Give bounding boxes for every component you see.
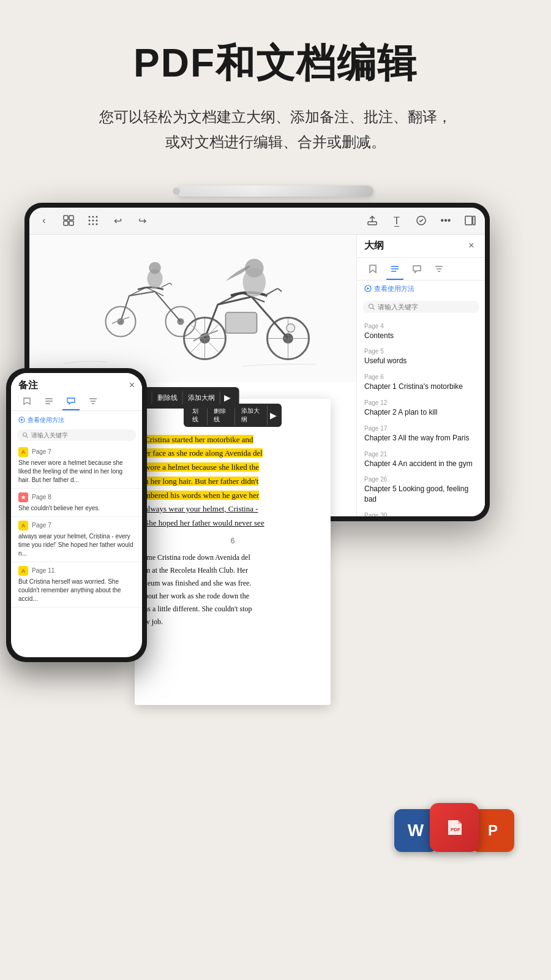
svg-rect-0 xyxy=(64,216,68,220)
more-icon[interactable]: ••• xyxy=(438,213,453,228)
redo-icon[interactable]: ↪ xyxy=(135,213,149,228)
outline-item[interactable]: Page 26 Chapter 5 Looking good, feeling … xyxy=(357,472,485,508)
panel-header: 大纲 × xyxy=(357,235,485,258)
pdf-app-icon[interactable]: PDF xyxy=(430,803,479,852)
highlight-block-3: mbered his words when he gave her xyxy=(144,491,259,500)
phone-play-icon xyxy=(18,417,25,423)
text-icon[interactable]: T̲ xyxy=(389,213,404,228)
add-outline-button[interactable]: 添加大纲 xyxy=(183,391,220,405)
play-icon xyxy=(364,285,372,292)
undo-icon[interactable]: ↩ xyxy=(110,213,125,228)
outline-panel: 大纲 × xyxy=(356,235,485,516)
panel-search[interactable] xyxy=(363,301,479,313)
outline-list: Page 4 Contents Page 5 Useful words Page… xyxy=(357,317,485,516)
outline-item[interactable]: Page 12 Chapter 2 A plan to kill xyxy=(357,396,485,421)
app-icons-group: W PDF P xyxy=(394,803,514,852)
svg-rect-1 xyxy=(69,216,73,220)
tab-bookmarks-icon[interactable] xyxy=(364,263,381,280)
subtitle: 您可以轻松为文档建立大纲、添加备注、批注、翻译， 或对文档进行编辑、合并或删减。 xyxy=(24,105,527,155)
phone-tab-outline[interactable] xyxy=(40,396,58,410)
svg-rect-3 xyxy=(69,221,73,225)
devices-container: ‹ ↩ ↪ T̲ ••• xyxy=(0,197,551,870)
expand-btn[interactable]: ▶ xyxy=(270,410,277,420)
note-item[interactable]: A Page 7 She never wore a helmet because… xyxy=(11,443,142,489)
outline-item[interactable]: Page 21 Chapter 4 An accident in the gym xyxy=(357,447,485,473)
phone-panel-title: 备注 xyxy=(18,379,38,392)
svg-point-10 xyxy=(89,224,91,225)
search-icon xyxy=(368,303,375,311)
svg-point-45 xyxy=(369,304,373,308)
notes-phone: 备注 × 查看使用方法 xyxy=(6,368,147,662)
underline-block: always wear your helmet, Cristina -She h… xyxy=(144,504,264,527)
phone-tab-bookmarks[interactable] xyxy=(18,396,36,410)
outline-item[interactable]: Page 5 Useful words xyxy=(357,344,485,370)
phone-tabs xyxy=(11,396,142,411)
tablet-toolbar: ‹ ↩ ↪ T̲ ••• xyxy=(29,208,485,235)
search-input[interactable] xyxy=(378,303,474,311)
note-item[interactable]: ★ Page 8 She couldn't believe her eyes. xyxy=(11,489,142,517)
annotate-icon[interactable] xyxy=(414,213,429,228)
svg-rect-16 xyxy=(473,216,475,225)
highlight-block-1: Cristina started her motorbike ander fac… xyxy=(144,435,263,472)
phone-search-icon xyxy=(22,432,29,439)
svg-line-46 xyxy=(373,307,375,309)
phone-tab-filter[interactable] xyxy=(84,396,102,410)
panel-icon[interactable] xyxy=(463,213,478,228)
panel-tabs xyxy=(357,258,485,281)
book-page: 划线 删除线 添加大纲 ▶ Cristina started her motor… xyxy=(135,399,331,705)
book-illustration xyxy=(29,235,356,383)
header-section: PDF和文档编辑 您可以轻松为文档建立大纲、添加备注、批注、翻译， 或对文档进行… xyxy=(0,0,551,173)
svg-point-12 xyxy=(96,224,98,225)
book-highlighted-content: Cristina started her motorbike ander fac… xyxy=(144,433,321,530)
note-item[interactable]: A Page 7 always wear your helmet, Cristi… xyxy=(11,517,142,562)
svg-rect-13 xyxy=(368,222,377,225)
strikethrough-btn[interactable]: 删除线 xyxy=(210,405,234,425)
phone-view-help-link[interactable]: 查看使用方法 xyxy=(11,413,142,427)
tab-filter-icon[interactable] xyxy=(430,263,448,280)
panel-close-button[interactable]: × xyxy=(465,239,478,252)
phone-notes-list: A Page 7 She never wore a helmet because… xyxy=(11,443,142,608)
grid-icon[interactable] xyxy=(86,213,100,228)
svg-line-56 xyxy=(26,436,28,438)
panel-view-help-link[interactable]: 查看使用方法 xyxy=(357,281,485,297)
phone-tab-comments[interactable] xyxy=(62,396,80,410)
outline-item[interactable]: Page 4 Contents xyxy=(357,319,485,345)
book-body-text: ime Cristina rode down Avenida delm at t… xyxy=(144,551,321,628)
svg-point-6 xyxy=(96,216,98,218)
svg-point-55 xyxy=(23,432,27,436)
phone-screen: 备注 × 查看使用方法 xyxy=(11,373,142,657)
stylus xyxy=(178,186,373,197)
phone-search-input[interactable] xyxy=(31,432,131,439)
layout-icon[interactable] xyxy=(61,213,76,228)
svg-point-7 xyxy=(89,220,91,222)
phone-close-button[interactable]: × xyxy=(129,380,135,391)
outline-item[interactable]: Page 30 Chapter 6 Meet someone s... xyxy=(357,508,485,516)
phone-search[interactable] xyxy=(17,429,136,441)
svg-point-8 xyxy=(92,220,94,222)
back-icon[interactable]: ‹ xyxy=(37,213,51,228)
panel-title: 大纲 xyxy=(364,239,384,252)
svg-point-11 xyxy=(92,224,94,225)
pdf-file-icon: PDF xyxy=(444,818,464,837)
svg-point-22 xyxy=(149,262,161,274)
book-reader: 划线 删除线 添加大纲 ▶ Cristina started her motor… xyxy=(135,399,331,705)
strikethrough-button[interactable]: 删除线 xyxy=(152,391,183,405)
svg-rect-2 xyxy=(64,221,68,225)
note-item[interactable]: A Page 11 But Cristina herself was worri… xyxy=(11,562,142,608)
add-outline-btn[interactable]: 添加大纲 xyxy=(238,405,268,425)
svg-marker-44 xyxy=(367,287,370,290)
tab-outline-icon[interactable] xyxy=(386,263,403,280)
outline-item[interactable]: Page 17 Chapter 3 All the way from Paris xyxy=(357,421,485,447)
svg-point-4 xyxy=(89,216,91,218)
svg-point-9 xyxy=(96,220,98,222)
expand-arrow[interactable]: ▶ xyxy=(220,390,234,405)
share-icon[interactable] xyxy=(365,213,380,228)
svg-rect-15 xyxy=(465,216,472,225)
svg-text:PDF: PDF xyxy=(451,827,460,832)
svg-point-5 xyxy=(92,216,94,218)
underline-btn[interactable]: 划线 xyxy=(189,405,208,425)
svg-point-36 xyxy=(287,324,295,333)
outline-item[interactable]: Page 6 Chapter 1 Cristina's motorbike xyxy=(357,370,485,396)
tab-comments-icon[interactable] xyxy=(408,263,425,280)
stylus-area xyxy=(0,186,551,197)
